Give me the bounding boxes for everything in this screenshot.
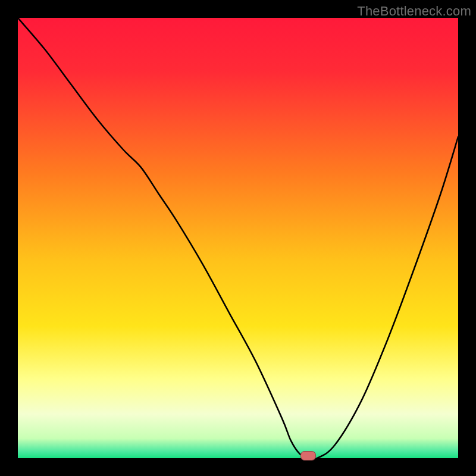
optimal-marker xyxy=(300,451,316,461)
plot-area xyxy=(18,18,458,458)
bottleneck-curve xyxy=(18,18,458,458)
chart-frame: TheBottleneck.com xyxy=(0,0,476,476)
watermark-text: TheBottleneck.com xyxy=(357,4,471,19)
